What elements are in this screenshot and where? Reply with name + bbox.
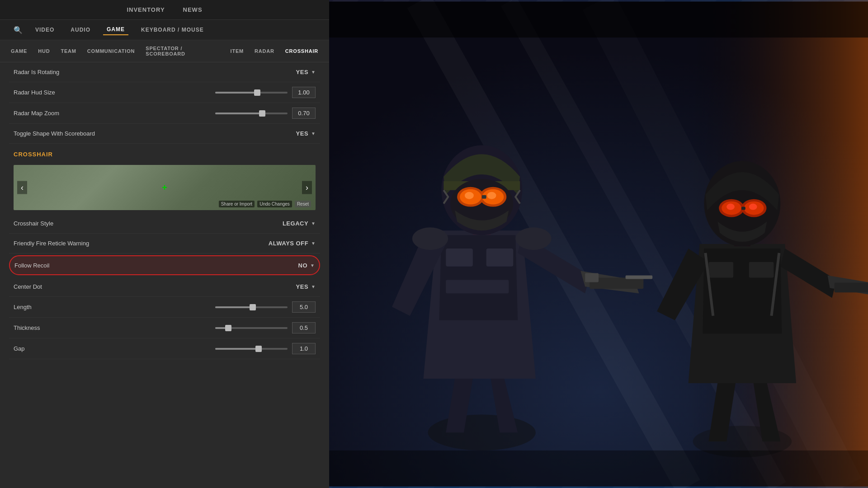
search-icon[interactable]: 🔍 bbox=[14, 26, 23, 34]
setting-label-toggle-shape: Toggle Shape With Scoreboard bbox=[14, 130, 95, 137]
tab-keyboard-mouse[interactable]: KEYBOARD / MOUSE bbox=[137, 25, 208, 35]
dropdown-value-toggle-shape: YES bbox=[296, 130, 309, 137]
hero-background bbox=[329, 0, 868, 488]
svg-point-34 bbox=[726, 204, 735, 210]
subtab-communication[interactable]: COMMUNICATION bbox=[85, 47, 137, 56]
svg-rect-7 bbox=[486, 249, 514, 267]
dropdown-value-center-dot: YES bbox=[296, 283, 309, 290]
setting-row-crosshair-style: Crosshair Style LEGACY ▼ bbox=[9, 214, 320, 234]
svg-rect-6 bbox=[446, 249, 473, 267]
setting-row-follow-recoil: Follow Recoil NO ▼ bbox=[9, 255, 320, 275]
crosshair-preview: + ‹ › Share or Import Undo Changes Reset bbox=[14, 165, 316, 210]
undo-changes-button[interactable]: Undo Changes bbox=[257, 201, 292, 207]
share-import-button[interactable]: Share or Import bbox=[219, 201, 255, 207]
svg-point-23 bbox=[515, 227, 551, 250]
reset-button[interactable]: Reset bbox=[295, 201, 311, 207]
slider-track-radar-hud[interactable] bbox=[215, 92, 288, 94]
slider-value-radar-hud: 1.00 bbox=[292, 87, 316, 98]
slider-track-length[interactable] bbox=[215, 306, 288, 308]
hero-panel bbox=[329, 0, 868, 488]
dropdown-value-friendly-fire: ALWAYS OFF bbox=[269, 240, 308, 247]
slider-track-gap[interactable] bbox=[215, 348, 288, 350]
crosshair-prev-button[interactable]: ‹ bbox=[17, 181, 27, 194]
chevron-down-icon: ▼ bbox=[311, 131, 316, 136]
tab-game[interactable]: GAME bbox=[103, 24, 128, 35]
slider-radar-map-zoom[interactable]: 0.70 bbox=[215, 108, 316, 119]
svg-point-22 bbox=[412, 227, 448, 250]
setting-row-length: Length 5.0 bbox=[9, 297, 320, 318]
dropdown-follow-recoil[interactable]: NO ▼ bbox=[278, 262, 315, 269]
slider-track-thickness[interactable] bbox=[215, 327, 288, 329]
svg-point-19 bbox=[465, 192, 474, 199]
setting-label-follow-recoil: Follow Recoil bbox=[14, 262, 49, 269]
setting-row-friendly-fire: Friendly Fire Reticle Warning ALWAYS OFF… bbox=[9, 234, 320, 253]
tab-audio[interactable]: AUDIO bbox=[67, 25, 94, 35]
dropdown-value-crosshair-style: LEGACY bbox=[283, 220, 308, 227]
svg-rect-27 bbox=[835, 282, 868, 292]
slider-value-radar-zoom: 0.70 bbox=[292, 108, 316, 119]
slider-value-gap: 1.0 bbox=[292, 343, 316, 354]
svg-rect-21 bbox=[482, 195, 486, 199]
tab-video[interactable]: VIDEO bbox=[32, 25, 58, 35]
setting-label-center-dot: Center Dot bbox=[14, 283, 42, 290]
settings-content-area: Radar Is Rotating YES ▼ Radar Hud Size 1… bbox=[0, 62, 329, 488]
setting-row-toggle-shape: Toggle Shape With Scoreboard YES ▼ bbox=[9, 124, 320, 144]
nav-inventory[interactable]: INVENTORY bbox=[127, 3, 165, 17]
setting-row-thickness: Thickness 0.5 bbox=[9, 318, 320, 338]
dropdown-value-radar-rotating: YES bbox=[296, 69, 309, 75]
soldiers-artwork bbox=[329, 0, 868, 488]
chevron-down-icon: ▼ bbox=[311, 241, 316, 246]
slider-gap[interactable]: 1.0 bbox=[215, 343, 316, 354]
dropdown-friendly-fire[interactable]: ALWAYS OFF ▼ bbox=[269, 240, 316, 247]
slider-track-radar-zoom[interactable] bbox=[215, 113, 288, 114]
settings-tabs-bar: 🔍 VIDEO AUDIO GAME KEYBOARD / MOUSE bbox=[0, 20, 329, 40]
setting-label-radar-map-zoom: Radar Map Zoom bbox=[14, 110, 59, 117]
setting-label-thickness: Thickness bbox=[14, 324, 40, 331]
slider-length[interactable]: 5.0 bbox=[215, 301, 316, 313]
chevron-down-icon: ▼ bbox=[311, 284, 316, 289]
top-navigation: INVENTORY NEWS bbox=[0, 0, 329, 20]
slider-radar-hud-size[interactable]: 1.00 bbox=[215, 87, 316, 98]
subtab-hud[interactable]: HUD bbox=[36, 47, 52, 56]
dropdown-radar-rotating[interactable]: YES ▼ bbox=[279, 69, 316, 75]
nav-news[interactable]: NEWS bbox=[183, 3, 203, 17]
svg-rect-26 bbox=[749, 262, 774, 278]
setting-label-crosshair-style: Crosshair Style bbox=[14, 220, 53, 227]
setting-row-center-dot: Center Dot YES ▼ bbox=[9, 277, 320, 297]
svg-point-5 bbox=[428, 414, 536, 450]
dropdown-toggle-shape[interactable]: YES ▼ bbox=[279, 130, 316, 137]
svg-rect-38 bbox=[329, 450, 868, 486]
svg-point-35 bbox=[749, 204, 757, 210]
crosshair-reticle: + bbox=[162, 183, 167, 192]
svg-rect-8 bbox=[446, 280, 509, 293]
setting-row-radar-map-zoom: Radar Map Zoom 0.70 bbox=[9, 103, 320, 124]
slider-thickness[interactable]: 0.5 bbox=[215, 322, 316, 333]
setting-label-length: Length bbox=[14, 304, 32, 310]
setting-label-friendly-fire: Friendly Fire Reticle Warning bbox=[14, 240, 89, 247]
chevron-down-icon: ▼ bbox=[310, 263, 315, 268]
svg-rect-10 bbox=[585, 273, 599, 282]
subtab-item[interactable]: ITEM bbox=[229, 47, 245, 56]
subtab-game[interactable]: GAME bbox=[9, 47, 29, 56]
svg-rect-36 bbox=[741, 207, 745, 210]
setting-row-gap: Gap 1.0 bbox=[9, 338, 320, 359]
chevron-down-icon: ▼ bbox=[311, 221, 316, 226]
setting-row-radar-hud-size: Radar Hud Size 1.00 bbox=[9, 82, 320, 103]
sub-tabs-bar: GAME HUD TEAM COMMUNICATION SPECTATOR / … bbox=[0, 40, 329, 62]
chevron-down-icon: ▼ bbox=[311, 70, 316, 75]
subtab-radar[interactable]: RADAR bbox=[253, 47, 276, 56]
crosshair-actions-bar: Share or Import Undo Changes Reset bbox=[219, 201, 311, 207]
dropdown-center-dot[interactable]: YES ▼ bbox=[279, 283, 316, 290]
setting-row-radar-rotating: Radar Is Rotating YES ▼ bbox=[9, 62, 320, 82]
crosshair-next-button[interactable]: › bbox=[302, 181, 312, 194]
subtab-team[interactable]: TEAM bbox=[59, 47, 78, 56]
svg-rect-11 bbox=[626, 276, 653, 279]
dropdown-crosshair-style[interactable]: LEGACY ▼ bbox=[279, 220, 316, 227]
setting-label-radar-hud-size: Radar Hud Size bbox=[14, 89, 55, 96]
slider-value-length: 5.0 bbox=[292, 301, 316, 313]
subtab-crosshair[interactable]: CROSSHAIR bbox=[283, 47, 320, 56]
svg-rect-37 bbox=[329, 2, 868, 38]
crosshair-section-header: Crosshair bbox=[9, 144, 320, 161]
subtab-spectator-scoreboard[interactable]: SPECTATOR / SCOREBOARD bbox=[144, 44, 221, 58]
slider-value-thickness: 0.5 bbox=[292, 322, 316, 333]
